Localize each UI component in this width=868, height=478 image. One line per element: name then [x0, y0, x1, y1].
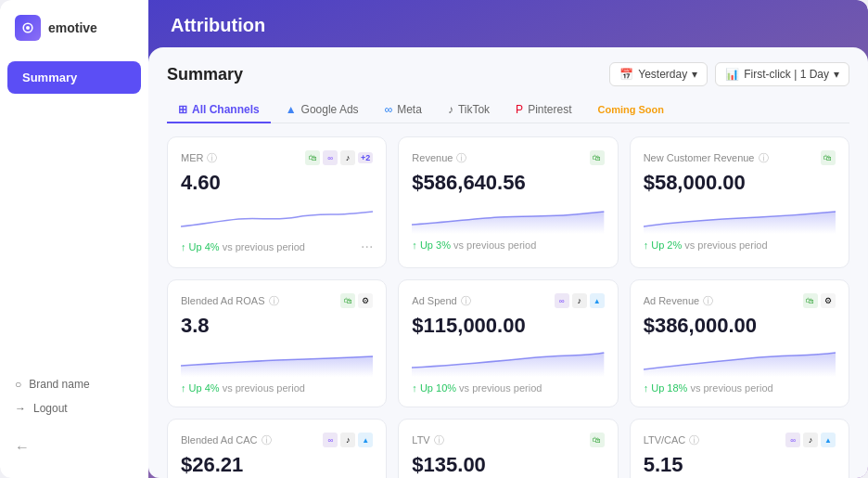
header-controls: 📅 Yesterday ▾ 📊 First-click | 1 Day ▾ — [609, 62, 849, 86]
card-ncr-value: $58,000.00 — [644, 171, 836, 195]
tab-pinterest[interactable]: P Pinterest — [504, 97, 582, 123]
attribution-model-button[interactable]: 📊 First-click | 1 Day ▾ — [715, 62, 849, 86]
tab-tiktok[interactable]: ♪ TikTok — [437, 97, 501, 123]
trend-revenue: ↑ Up 3% vs previous period — [412, 239, 536, 251]
main-body: Summary 📅 Yesterday ▾ 📊 First-click | 1 … — [148, 47, 868, 478]
more-badge: +2 — [358, 152, 373, 163]
card-mer-value: 4.60 — [181, 171, 373, 195]
chart-icon: 📊 — [725, 68, 739, 81]
bag-icon-ncr: 🛍 — [821, 150, 836, 165]
card-adrev-value: $386,000.00 — [644, 314, 836, 338]
card-ltvcac-value: 5.15 — [644, 453, 836, 477]
card-ltvcac-label: LTV/CAC ⓘ — [644, 433, 700, 447]
chevron-down-icon-2: ▾ — [834, 68, 839, 81]
bag-icon-adrev: 🛍 — [803, 293, 818, 308]
tab-meta[interactable]: ∞ Meta — [374, 97, 433, 123]
card-revenue-icons: 🛍 — [590, 150, 605, 165]
card-mer-sparkline — [181, 200, 373, 234]
card-adrev-label: Ad Revenue ⓘ — [644, 294, 714, 308]
info-icon: ⓘ — [207, 151, 217, 165]
card-spend-footer: ↑ Up 10% vs previous period — [412, 382, 604, 394]
card-ltv-label: LTV ⓘ — [412, 433, 443, 447]
card-revenue: Revenue ⓘ 🛍 $586,640.56 — [398, 136, 618, 268]
card-roas-label: Blended Ad ROAS ⓘ — [181, 294, 279, 308]
card-ltv-icons: 🛍 — [590, 433, 605, 447]
card-roas-footer: ↑ Up 4% vs previous period — [181, 382, 373, 394]
card-revenue-sparkline — [412, 200, 604, 234]
info-icon-ltvcac: ⓘ — [689, 433, 699, 447]
tiktok-sm-icon: ♪ — [340, 150, 355, 165]
channel-tabs: ⊞ All Channels ▲ Google Ads ∞ Meta ♪ Tik… — [167, 97, 849, 123]
tiktok-icon-cac: ♪ — [340, 433, 355, 447]
bag-icon: 🛍 — [305, 150, 320, 165]
date-picker-button[interactable]: 📅 Yesterday ▾ — [609, 62, 708, 86]
card-spend-header: Ad Spend ⓘ ∞ ♪ ▲ — [412, 293, 604, 308]
info-icon-ncr: ⓘ — [759, 151, 769, 165]
logout-item[interactable]: → Logout — [15, 396, 134, 420]
svg-point-1 — [26, 26, 30, 30]
tiktok-icon-ltvcac: ♪ — [803, 433, 818, 447]
meta-icon-spend: ∞ — [555, 293, 569, 308]
card-adrev-footer: ↑ Up 18% vs previous period — [644, 382, 836, 394]
meta-sm-icon: ∞ — [323, 150, 338, 165]
meta-icon-ltvcac: ∞ — [785, 433, 800, 447]
card-ltv-value: $135.00 — [412, 453, 604, 477]
sidebar-item-summary[interactable]: Summary — [7, 61, 141, 94]
gear-icon-adrev: ⚙ — [821, 293, 836, 308]
card-ltvcar-header: LTV/CAC ⓘ ∞ ♪ ▲ — [644, 433, 836, 447]
more-button[interactable]: ··· — [361, 239, 373, 254]
info-icon-adrev: ⓘ — [703, 294, 713, 308]
chevron-down-icon: ▾ — [692, 68, 697, 81]
tab-google-ads[interactable]: ▲ Google Ads — [274, 97, 370, 123]
brand-name-item[interactable]: ○ Brand name — [15, 372, 134, 396]
card-spend-sparkline — [412, 343, 604, 377]
card-ad-spend: Ad Spend ⓘ ∞ ♪ ▲ $115,000.00 — [398, 279, 618, 407]
logo-text: emotive — [48, 20, 97, 35]
card-ltvcac-icons: ∞ ♪ ▲ — [785, 433, 836, 447]
info-icon-spend: ⓘ — [461, 294, 471, 308]
summary-header: Summary 📅 Yesterday ▾ 📊 First-click | 1 … — [167, 62, 849, 86]
page-title: Attribution — [148, 0, 868, 47]
card-roas-value: 3.8 — [181, 314, 373, 338]
card-ncr-header: New Customer Revenue ⓘ 🛍 — [644, 150, 836, 165]
metrics-grid: MER ⓘ 🛍 ∞ ♪ +2 4.60 — [167, 136, 849, 478]
google-tab-icon: ▲ — [286, 103, 297, 116]
card-adrev-sparkline — [644, 343, 836, 377]
trend-up-icon: ↑ Up 4% vs previous period — [181, 241, 305, 252]
card-adrev-header: Ad Revenue ⓘ 🛍 ⚙ — [644, 293, 836, 308]
card-ltv: LTV ⓘ 🛍 $135.00 — [398, 419, 618, 478]
card-mer-footer: ↑ Up 4% vs previous period ··· — [181, 239, 373, 254]
calendar-icon: 📅 — [619, 68, 633, 81]
summary-title: Summary — [167, 65, 243, 84]
sidebar-bottom: ○ Brand name → Logout — [0, 361, 148, 432]
bag-icon-roas: 🛍 — [340, 293, 355, 308]
card-ltv-cac: LTV/CAC ⓘ ∞ ♪ ▲ 5.15 — [630, 419, 849, 478]
tab-all-channels[interactable]: ⊞ All Channels — [167, 97, 271, 123]
card-revenue-footer: ↑ Up 3% vs previous period — [412, 239, 604, 251]
bag-icon-ltv: 🛍 — [590, 433, 605, 447]
card-ltv-header: LTV ⓘ 🛍 — [412, 433, 604, 447]
card-mer: MER ⓘ 🛍 ∞ ♪ +2 4.60 — [167, 136, 387, 268]
tab-coming-soon: Coming Soon — [586, 97, 675, 123]
card-new-customer-revenue: New Customer Revenue ⓘ 🛍 $58,000.00 — [630, 136, 849, 268]
trend-ncr: ↑ Up 2% vs previous period — [644, 239, 768, 251]
card-blended-roas: Blended Ad ROAS ⓘ 🛍 ⚙ 3.8 — [167, 279, 387, 407]
trend-roas: ↑ Up 4% vs previous period — [181, 382, 305, 394]
card-revenue-header: Revenue ⓘ 🛍 — [412, 150, 604, 165]
meta-tab-icon: ∞ — [385, 103, 393, 116]
tiktok-tab-icon: ♪ — [448, 103, 453, 116]
card-cac-icons: ∞ ♪ ▲ — [323, 433, 373, 447]
google-icon-cac: ▲ — [358, 433, 373, 447]
grid-tab-icon: ⊞ — [178, 103, 187, 116]
gear-icon-roas: ⚙ — [358, 293, 373, 308]
card-mer-header: MER ⓘ 🛍 ∞ ♪ +2 — [181, 150, 373, 165]
card-revenue-value: $586,640.56 — [412, 171, 604, 195]
card-ncr-label: New Customer Revenue ⓘ — [644, 151, 769, 165]
card-mer-icons: 🛍 ∞ ♪ +2 — [305, 150, 373, 165]
collapse-button[interactable]: ← — [0, 432, 148, 463]
info-icon-roas: ⓘ — [269, 294, 279, 308]
info-icon-cac: ⓘ — [262, 433, 272, 447]
trend-adrev: ↑ Up 18% vs previous period — [644, 382, 773, 394]
card-revenue-label: Revenue ⓘ — [412, 151, 466, 165]
card-roas-icons: 🛍 ⚙ — [340, 293, 373, 308]
